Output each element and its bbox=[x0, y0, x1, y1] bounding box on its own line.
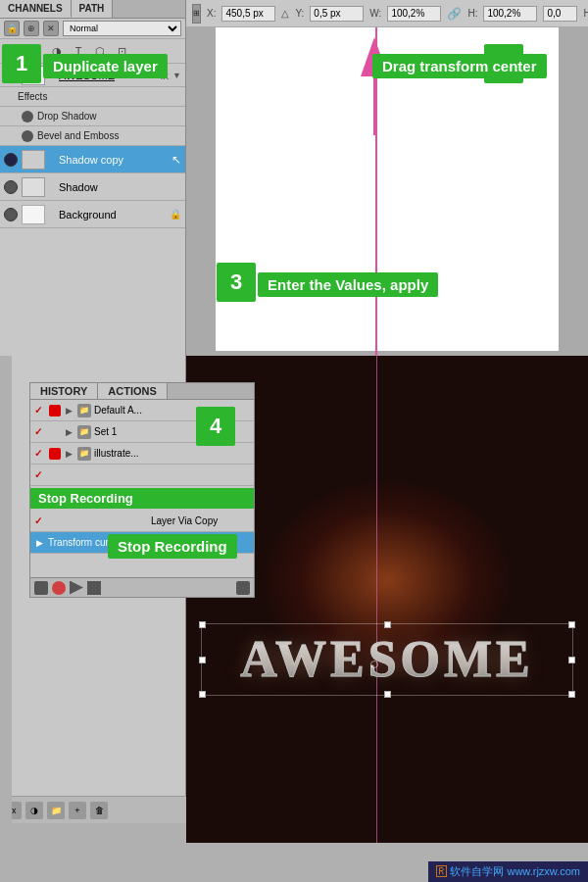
icon-default bbox=[49, 405, 61, 416]
w-field[interactable] bbox=[387, 6, 441, 22]
transform-toolbar: ⊞ X: △ Y: W: 🔗 H: H: bbox=[186, 0, 588, 27]
watermark: 🅁 软件自学网 www.rjzxw.com bbox=[428, 861, 588, 882]
folder-default: 📁 bbox=[77, 404, 91, 417]
arrow-default: ▶ bbox=[66, 406, 73, 416]
awesome-text-box: AWESOME bbox=[201, 623, 573, 696]
name-lvc: Layer Via Copy bbox=[151, 515, 250, 526]
x-label: X: bbox=[207, 8, 216, 19]
y-label: Y: bbox=[295, 8, 304, 19]
arrow-set1: ▶ bbox=[66, 427, 73, 437]
h-label: H: bbox=[467, 8, 477, 19]
layer-name-shadow: Shadow bbox=[59, 181, 181, 193]
tab-actions[interactable]: ACTIONS bbox=[98, 383, 168, 399]
eye-shadow[interactable] bbox=[4, 180, 18, 194]
handle-bm[interactable] bbox=[384, 691, 391, 698]
check-set1: ✓ bbox=[34, 426, 46, 437]
eye-shadow-copy[interactable] bbox=[4, 153, 18, 167]
step-3-badge: 3 bbox=[217, 263, 256, 302]
layer-name-shadow-copy: Shadow copy bbox=[59, 154, 181, 166]
effects-header: Effects bbox=[0, 87, 185, 107]
eye-bevel-emboss[interactable] bbox=[22, 130, 33, 142]
lock-background: 🔒 bbox=[170, 209, 181, 220]
step-1-badge: 1 bbox=[2, 44, 41, 83]
folder-illustrate: 📁 bbox=[77, 447, 91, 461]
name-illustrate: illustrate... bbox=[94, 448, 250, 459]
lock-icon[interactable]: 🔒 bbox=[4, 21, 20, 36]
history-row-empty[interactable]: ✓ bbox=[30, 465, 254, 486]
step-3-label: Enter the Values, apply bbox=[258, 272, 438, 297]
trash-hist-button[interactable] bbox=[236, 581, 250, 595]
cursor-icon: ↖ bbox=[172, 153, 181, 167]
handle-mr[interactable] bbox=[568, 657, 575, 663]
tab-paths[interactable]: PATH bbox=[72, 0, 114, 18]
pink-guide-dark bbox=[376, 356, 377, 843]
stop-button[interactable] bbox=[52, 581, 66, 595]
eye-background[interactable] bbox=[4, 208, 18, 221]
handle-ml[interactable] bbox=[199, 657, 206, 663]
history-bottom-bar bbox=[30, 577, 254, 597]
adjustment-button[interactable]: ◑ bbox=[25, 802, 43, 819]
watermark-text: 软件自学网 www.rjzxw.com bbox=[450, 865, 580, 877]
link-wh-icon[interactable]: 🔗 bbox=[447, 7, 462, 21]
channel-icon[interactable]: ⊕ bbox=[24, 21, 39, 36]
trash-icon[interactable]: ✕ bbox=[43, 21, 59, 36]
check-empty: ✓ bbox=[34, 469, 46, 480]
layer-shadow-copy[interactable]: Shadow copy ↖ bbox=[0, 146, 185, 173]
bevel-emboss-label: Bevel and Emboss bbox=[37, 130, 119, 141]
check-default: ✓ bbox=[34, 405, 46, 416]
stop-recording-label: Stop Recording bbox=[30, 488, 254, 509]
expand-icon[interactable]: ▼ bbox=[172, 71, 181, 80]
delete-layer-button[interactable]: 🗑 bbox=[90, 802, 108, 819]
transform-center-dot[interactable] bbox=[370, 661, 378, 668]
angle-field[interactable] bbox=[543, 6, 577, 22]
layer-background[interactable]: Background 🔒 bbox=[0, 201, 185, 228]
left-tools-bottom bbox=[0, 356, 12, 843]
y-field[interactable] bbox=[310, 6, 364, 22]
effects-label: Effects bbox=[18, 91, 47, 102]
check-illustrate: ✓ bbox=[34, 448, 46, 459]
panel-tabs: CHANNELS PATH bbox=[0, 0, 185, 19]
grid-icon[interactable]: ⊞ bbox=[192, 4, 201, 24]
step-2-label: Drag transform center bbox=[372, 54, 547, 78]
x-field[interactable] bbox=[221, 6, 275, 22]
arrow-illustrate: ▶ bbox=[66, 449, 73, 459]
step-4-label: Stop Recording bbox=[108, 534, 237, 559]
handle-tl[interactable] bbox=[199, 621, 206, 628]
record-button[interactable] bbox=[87, 581, 101, 595]
delta-label: △ bbox=[281, 8, 289, 19]
w-label: W: bbox=[369, 8, 381, 19]
eye-drop-shadow[interactable] bbox=[22, 111, 33, 122]
tab-channels[interactable]: CHANNELS bbox=[0, 0, 72, 18]
thumb-shadow bbox=[22, 177, 45, 197]
play-button[interactable] bbox=[70, 581, 83, 595]
layer-name-background: Background bbox=[59, 209, 166, 220]
step-4-badge: 4 bbox=[196, 407, 235, 446]
effect-bevel-emboss[interactable]: Bevel and Emboss bbox=[0, 126, 185, 146]
h-field[interactable] bbox=[483, 6, 537, 22]
layer-toolbar: 🔒 ⊕ ✕ Normal bbox=[0, 19, 185, 39]
thumb-shadow-copy bbox=[22, 150, 45, 170]
icon-illustrate bbox=[49, 448, 61, 460]
layer-shadow[interactable]: Shadow bbox=[0, 173, 185, 201]
folder-set1: 📁 bbox=[77, 425, 91, 439]
effect-drop-shadow[interactable]: Drop Shadow bbox=[0, 107, 185, 126]
watermark-icon: 🅁 bbox=[436, 865, 447, 877]
history-row-layer-via-copy[interactable]: ✓ Layer Via Copy bbox=[30, 511, 254, 532]
tab-history[interactable]: HISTORY bbox=[30, 383, 98, 399]
panel-bottom-bar: fx ◑ 📁 + 🗑 bbox=[0, 796, 186, 823]
handle-tr[interactable] bbox=[568, 621, 575, 628]
layer-mode-select[interactable]: Normal bbox=[63, 21, 181, 36]
new-layer-button[interactable]: + bbox=[69, 802, 86, 819]
pink-arrow-tail bbox=[373, 76, 377, 135]
handle-bl[interactable] bbox=[199, 691, 206, 698]
arrow-transform: ▶ bbox=[36, 538, 43, 548]
history-row-illustrate[interactable]: ✓ ▶ 📁 illustrate... bbox=[30, 443, 254, 465]
history-tabs: HISTORY ACTIONS bbox=[30, 383, 254, 400]
group-button[interactable]: 📁 bbox=[47, 802, 65, 819]
check-lvc: ✓ bbox=[34, 515, 46, 526]
handle-br[interactable] bbox=[568, 691, 575, 698]
h2-label: H: bbox=[583, 8, 588, 19]
snapshot-button[interactable] bbox=[34, 581, 48, 595]
drop-shadow-label: Drop Shadow bbox=[37, 111, 97, 122]
handle-tm[interactable] bbox=[384, 621, 391, 628]
